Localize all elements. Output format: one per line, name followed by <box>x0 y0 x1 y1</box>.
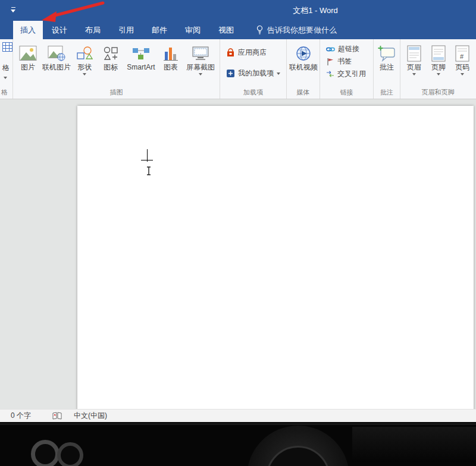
comments-group-label: 批注 <box>374 88 400 97</box>
button-label: 批注 <box>380 63 394 71</box>
tab-view[interactable]: 视图 <box>209 21 243 39</box>
comment-icon <box>378 43 396 63</box>
icons-icon <box>103 43 118 63</box>
button-label: 交叉引用 <box>337 69 366 79</box>
chart-button[interactable]: 图表 <box>158 41 183 75</box>
page-number-button[interactable]: # 页码 <box>451 41 474 75</box>
footer-icon <box>431 43 446 63</box>
footer-button[interactable]: 页脚 <box>426 41 450 75</box>
bookmark-button[interactable]: 书签 <box>321 55 372 68</box>
online-video-button[interactable]: 联机视频 <box>288 41 319 71</box>
tab-references[interactable]: 引用 <box>109 21 143 39</box>
media-group-label: 媒体 <box>287 88 320 97</box>
tab-mailings[interactable]: 邮件 <box>143 21 176 39</box>
button-label: 书签 <box>337 56 352 67</box>
button-label: 应用商店 <box>238 48 267 58</box>
dropdown-arrow-icon <box>277 73 280 75</box>
car-exhaust-pipe <box>31 440 60 466</box>
screenshot-icon <box>192 43 209 63</box>
table-icon[interactable] <box>2 42 12 54</box>
store-button[interactable]: 应用商店 <box>221 46 285 59</box>
car-body-edge <box>0 423 476 425</box>
page-number-icon: # <box>455 43 469 63</box>
tell-me-box[interactable]: 告诉我你想要做什么 <box>250 21 343 39</box>
screenshot-button[interactable]: 屏幕截图 <box>183 41 218 75</box>
status-bar: 0 个字 中文(中国) <box>0 409 476 422</box>
group-media: 联机视频 媒体 <box>287 39 320 99</box>
header-button[interactable]: 页眉 <box>402 41 426 75</box>
dropdown-arrow-icon <box>199 73 202 75</box>
language-status[interactable]: 中文(中国) <box>74 411 107 421</box>
tab-layout[interactable]: 布局 <box>76 21 109 39</box>
proofing-status-icon[interactable] <box>52 412 62 420</box>
online-pictures-button[interactable]: 联机图片 <box>42 41 71 75</box>
dropdown-arrow-icon <box>437 73 440 75</box>
word-count[interactable]: 0 个字 <box>11 411 31 421</box>
online-pictures-icon <box>48 43 65 63</box>
button-label: 形状 <box>77 63 92 71</box>
dropdown-arrow-icon <box>83 73 86 75</box>
header-footer-group-label: 页眉和页脚 <box>400 88 475 97</box>
group-illustrations: 图片 联机图片 <box>13 39 220 99</box>
hyperlink-button[interactable]: 超链接 <box>321 43 372 55</box>
table-button-label-partial[interactable]: 格 <box>2 63 10 73</box>
ribbon-tab-bar: 插入 设计 布局 引用 邮件 审阅 视图 告诉我你想要做什么 <box>0 21 476 39</box>
document-page[interactable] <box>77 106 474 439</box>
group-addins: 应用商店 我的加载项 加载项 <box>220 39 287 99</box>
dropdown-arrow-icon <box>4 77 7 79</box>
dropdown-arrow-icon <box>461 73 464 75</box>
button-label: 我的加载项 <box>238 68 274 78</box>
header-icon <box>407 43 421 63</box>
group-table-partial: 格 格 <box>0 39 13 99</box>
my-addins-icon <box>226 69 235 78</box>
ibeam-cursor-icon <box>146 166 152 178</box>
tab-insert[interactable]: 插入 <box>13 21 43 39</box>
dropdown-arrow-icon <box>412 73 416 75</box>
quick-access-toolbar-dropdown-icon[interactable] <box>10 7 17 13</box>
new-comment-button[interactable]: 批注 <box>375 41 399 71</box>
button-label: SmartArt <box>127 63 155 71</box>
pictures-icon <box>19 43 37 63</box>
title-bar: 文档1 - Word <box>0 0 476 21</box>
svg-text:#: # <box>460 53 464 60</box>
tell-me-label: 告诉我你想要做什么 <box>267 25 337 36</box>
button-label: 页脚 <box>431 63 446 71</box>
button-label: 图片 <box>21 63 35 71</box>
tab-review[interactable]: 审阅 <box>176 21 209 39</box>
group-comments: 批注 批注 <box>374 39 400 99</box>
cross-reference-icon <box>326 70 334 78</box>
store-icon <box>226 48 235 57</box>
button-label: 页眉 <box>407 63 421 71</box>
smartart-button[interactable]: SmartArt <box>124 41 158 75</box>
desktop-wallpaper <box>0 422 476 466</box>
group-header-footer: 页眉 页脚 <box>400 39 475 99</box>
car-exhaust-pipe <box>57 442 83 466</box>
window-title: 文档1 - Word <box>293 5 338 16</box>
tab-design[interactable]: 设计 <box>43 21 76 39</box>
illustrations-buttons: 图片 联机图片 <box>14 41 218 75</box>
button-label: 联机图片 <box>42 63 71 71</box>
icons-button[interactable]: 图标 <box>98 41 124 75</box>
word-window: 文档1 - Word 插入 设计 布局 引用 邮件 审阅 视图 告诉我你想要做什… <box>0 0 476 466</box>
qat-overline <box>11 7 15 8</box>
table-group-label-partial: 格 <box>1 88 8 97</box>
shapes-icon <box>76 43 93 63</box>
addins-group-label: 加载项 <box>220 88 286 97</box>
header-footer-buttons: 页眉 页脚 <box>402 41 474 75</box>
my-addins-button[interactable]: 我的加载项 <box>221 67 285 80</box>
shapes-button[interactable]: 形状 <box>71 41 98 75</box>
button-label: 图标 <box>104 63 118 71</box>
button-label: 联机视频 <box>289 63 318 71</box>
bookmark-flag-icon <box>326 58 334 66</box>
ribbon: 格 格 图片 <box>0 39 476 99</box>
document-area <box>0 99 476 409</box>
caret-alignment-mark <box>141 160 153 160</box>
chevron-down-icon <box>11 10 15 12</box>
pictures-button[interactable]: 图片 <box>14 41 42 75</box>
cross-reference-button[interactable]: 交叉引用 <box>321 68 372 80</box>
group-links: 超链接 书签 交叉引用 链接 <box>320 39 374 99</box>
button-label: 图表 <box>164 63 178 71</box>
car-shadow-area <box>352 427 476 462</box>
button-label: 页码 <box>455 63 469 71</box>
lightbulb-icon <box>256 25 264 35</box>
